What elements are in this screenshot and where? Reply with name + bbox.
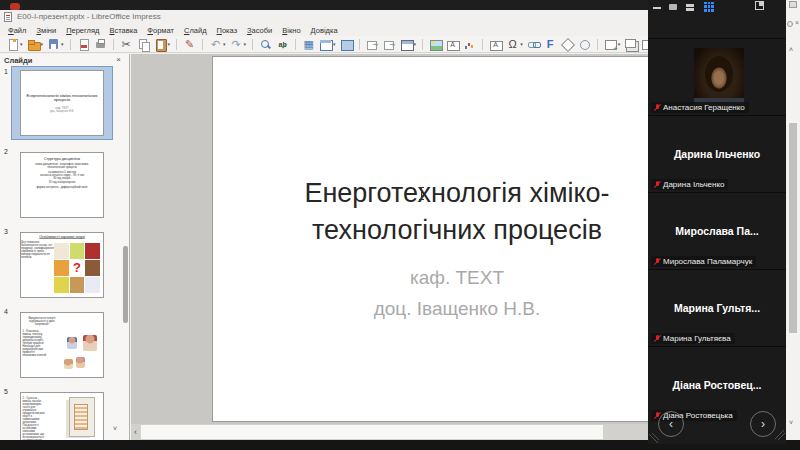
menu-help[interactable]: Довідка	[306, 26, 343, 35]
display-grid-button[interactable]: ▦	[302, 38, 315, 51]
redo-icon: ↷	[230, 38, 243, 51]
participant-center-name: Марина Гультя...	[648, 302, 786, 314]
fontwork-icon: F	[544, 38, 557, 51]
slide-4-thumbnail[interactable]: Використання енергії відбувається у двох…	[20, 312, 104, 378]
sidebar-close-icon[interactable]: ×	[795, 19, 799, 26]
insert-header-footer-button[interactable]	[489, 38, 502, 51]
display-views-button[interactable]: ▾	[319, 38, 336, 51]
insert-text-box-button[interactable]	[446, 38, 459, 51]
gallery-view-icon[interactable]	[704, 2, 714, 12]
new-document-button[interactable]: ▾	[6, 38, 23, 51]
slide-1-thumbnail[interactable]: Енерготехнологія хіміко-технологічних пр…	[20, 70, 104, 136]
export-pdf-icon	[77, 38, 90, 51]
cut-icon: ✂	[120, 38, 133, 51]
muted-mic-icon	[653, 334, 661, 343]
menu-slideshow[interactable]: Показ	[212, 26, 243, 35]
fontwork-button[interactable]: F	[544, 38, 557, 51]
menu-tools[interactable]: Засоби	[242, 26, 277, 35]
paste-button[interactable]: ▾	[154, 38, 171, 51]
thumb-4-cartoon-3	[76, 357, 85, 368]
impress-app-icon	[4, 12, 12, 22]
scroll-up-icon[interactable]: ˄	[789, 46, 793, 53]
menu-format[interactable]: Формат	[142, 26, 179, 35]
participant-tile-3[interactable]: Мирослава Па... Мирослава Паламарчук	[648, 192, 786, 269]
slide-2-number: 2	[4, 148, 8, 155]
insert-image-button[interactable]	[429, 38, 442, 51]
horizontal-scrollbar-thumb[interactable]	[141, 425, 603, 439]
show-draw-functions-icon	[561, 38, 574, 51]
participant-tile-4[interactable]: Марина Гультя... Марина Гультяєва	[648, 269, 786, 346]
find-replace-button[interactable]	[259, 38, 272, 51]
sidebar-settings-icon[interactable]	[787, 21, 793, 27]
export-pdf-button[interactable]	[77, 38, 90, 51]
master-slide-button[interactable]	[340, 38, 353, 51]
cut-button[interactable]: ✂	[120, 38, 133, 51]
insert-chart-button[interactable]	[463, 38, 476, 51]
minimize-icon[interactable]	[653, 7, 661, 9]
thumb-4-cartoon-2	[67, 337, 77, 349]
special-character-button[interactable]: Ω▾	[506, 38, 523, 51]
muted-mic-icon	[653, 103, 661, 112]
menu-view[interactable]: Перегляд	[61, 26, 104, 35]
resize-handle-right[interactable]	[775, 430, 785, 440]
participant-name: Марина Гультяєва	[663, 334, 731, 343]
save-button[interactable]: ▾	[47, 38, 64, 51]
muted-mic-icon	[653, 180, 661, 189]
scroll-left-icon[interactable]: ‹	[134, 427, 137, 437]
participant-tile-2[interactable]: Дарина Ільченко Дарина Ільченко	[648, 115, 786, 192]
slides-panel-close-icon[interactable]: ×	[116, 55, 121, 64]
insert-table-button[interactable]: ▾	[400, 38, 417, 51]
open-button[interactable]: ▾	[27, 38, 44, 51]
slide-3-thumbnail[interactable]: Особливості харчової галузі Для головног…	[20, 232, 104, 298]
vertical-scrollbar-thumb[interactable]	[789, 123, 797, 333]
master-slide-icon	[340, 38, 353, 51]
slide-canvas[interactable]: Енерготехнологія хіміко- технологічних п…	[212, 56, 702, 422]
exit-fullscreen-icon[interactable]	[755, 1, 764, 10]
insert-hyperlink-icon	[527, 38, 540, 51]
sidebar-panel-icon[interactable]	[789, 1, 797, 8]
list-view-icon[interactable]	[686, 4, 694, 7]
thumb-5-body: 2 . Сучасна - вивчає засоби енерговикори…	[23, 396, 47, 440]
redo-button[interactable]: ↷▾	[230, 38, 247, 51]
question-mark: ?	[70, 260, 85, 276]
new-slide-button[interactable]: ▾	[604, 38, 621, 51]
next-page-button[interactable]: ›	[750, 411, 776, 437]
meeting-panel-titlebar	[648, 0, 786, 14]
participant-1-label: Анастасия Геращенко	[651, 102, 749, 113]
move-slide-end-icon	[383, 38, 396, 51]
move-slide-begin-button[interactable]	[366, 38, 379, 51]
slides-panel-title: Слайди	[4, 56, 32, 65]
spelling-icon: ab	[276, 38, 289, 51]
menu-window[interactable]: Вікно	[277, 26, 305, 35]
slides-panel-scrollbar-thumb[interactable]	[123, 246, 128, 323]
insert-hyperlink-button[interactable]	[527, 38, 540, 51]
participant-tile-1[interactable]: Анастасия Геращенко	[648, 38, 786, 115]
right-scrollbar-strip: × ˄ ˅	[786, 0, 800, 450]
menu-slide[interactable]: Слайд	[179, 26, 212, 35]
print-button[interactable]	[94, 38, 107, 51]
spelling-button[interactable]: ab	[276, 38, 289, 51]
thumb-3-title: Особливості харчової галузі	[21, 235, 103, 239]
duplicate-slide-button[interactable]	[624, 38, 637, 51]
participant-3-label: Мирослава Паламарчук	[651, 256, 756, 267]
menu-edit[interactable]: Зміни	[31, 26, 61, 35]
slide-5-thumbnail[interactable]: 2 . Сучасна - вивчає засоби енерговикори…	[20, 392, 104, 440]
resize-handle-left[interactable]	[649, 433, 659, 443]
previous-page-button[interactable]: ‹	[658, 411, 684, 437]
show-draw-functions-button[interactable]	[561, 38, 574, 51]
muted-mic-icon	[653, 257, 661, 266]
animation-button[interactable]	[578, 38, 591, 51]
slide-2-thumbnail[interactable]: Структура дисципліни назва дисципліни : …	[20, 152, 104, 218]
menu-insert[interactable]: Вставка	[104, 26, 142, 35]
restore-icon[interactable]	[669, 4, 677, 10]
slide-subtitle: каф. ТЕХТ доц. Іващенко Н.В.	[213, 262, 701, 324]
slides-panel-scroll-down-icon[interactable]: ˅	[113, 425, 117, 432]
clone-formatting-button[interactable]: ✎	[183, 38, 196, 51]
undo-button[interactable]: ↶▾	[209, 38, 226, 51]
participant-name: Анастасия Геращенко	[663, 103, 745, 112]
copy-button[interactable]	[137, 38, 150, 51]
recording-indicator	[10, 3, 20, 10]
move-slide-end-button[interactable]	[383, 38, 396, 51]
menu-file[interactable]: Файл	[3, 26, 31, 35]
scroll-down-icon[interactable]: ˅	[789, 419, 793, 426]
